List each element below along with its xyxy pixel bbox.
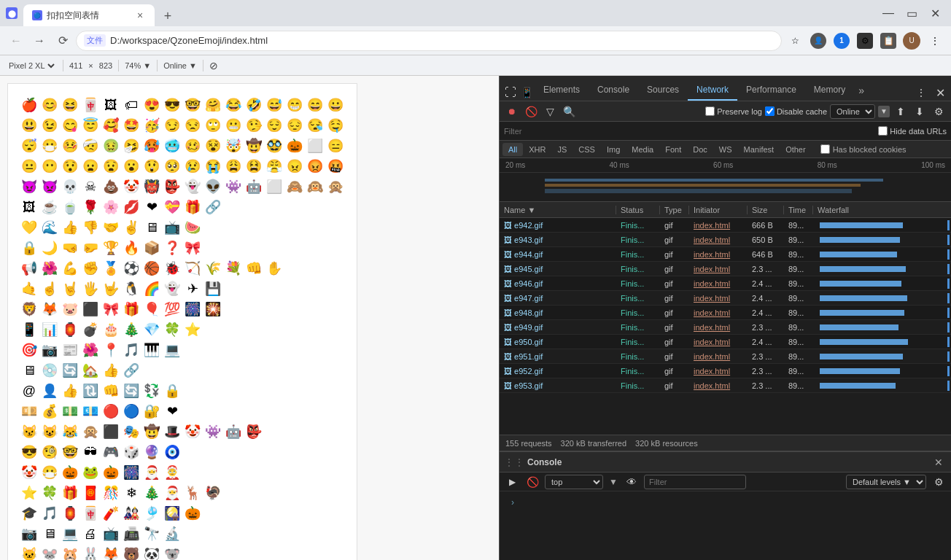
preserve-log-checkbox[interactable]: Preserve log [705, 106, 762, 116]
table-row[interactable]: 🖼 e948.gif Finis... gif index.html 2.4 .… [500, 306, 951, 320]
col-waterfall[interactable]: Waterfall [813, 206, 951, 214]
network-requests-table: Name ▼ Status Type Initiator Size Time W… [500, 202, 951, 435]
title-bar: ⬤ 🔵 扣扣空间表情 × + — ▭ ✕ [0, 0, 951, 26]
network-settings-button[interactable]: ⚙ [931, 104, 947, 120]
profile-avatar-1[interactable]: 👤 [808, 31, 828, 51]
tab-sources[interactable]: Sources [638, 80, 688, 101]
clear-button[interactable]: 🚫 [523, 104, 539, 120]
timeline-waterfall-overview [500, 173, 951, 201]
forward-button[interactable]: → [29, 31, 50, 51]
extensions-button[interactable]: 1 [831, 31, 852, 51]
type-img[interactable]: Img [601, 143, 626, 156]
table-row[interactable]: 🖼 e949.gif Finis... gif index.html 2.3 .… [500, 320, 951, 335]
console-clear-button[interactable]: 🚫 [524, 474, 540, 490]
console-filter-input[interactable] [644, 475, 746, 489]
has-blocked-cookies-checkbox[interactable]: Has blocked cookies [820, 144, 907, 154]
table-row[interactable]: 🖼 e946.gif Finis... gif index.html 2.4 .… [500, 276, 951, 291]
rotate-icon[interactable]: ⊘ [209, 60, 218, 71]
type-css[interactable]: CSS [572, 143, 601, 156]
device-selector[interactable]: Pixel 2 XL [6, 61, 57, 71]
tab-network[interactable]: Network [688, 80, 737, 101]
table-row[interactable]: 🖼 e951.gif Finis... gif index.html 2.3 .… [500, 349, 951, 364]
type-media[interactable]: Media [626, 143, 659, 156]
col-initiator[interactable]: Initiator [689, 206, 748, 214]
new-tab-button[interactable]: + [158, 6, 178, 26]
network-throttle-select[interactable]: Online [830, 104, 875, 119]
export-har-button[interactable]: ⬇ [912, 104, 928, 120]
filter-toggle-button[interactable]: ▽ [542, 104, 558, 120]
emoji-row-12: 🎯 📷 📰 🌺 📍 🎵 🎹 💻 [20, 341, 345, 359]
extension-icon-2[interactable]: 📋 [878, 31, 898, 51]
type-doc[interactable]: Doc [687, 143, 713, 156]
bookmark-button[interactable]: ☆ [785, 31, 805, 51]
minimize-button[interactable]: — [878, 3, 898, 23]
table-row[interactable]: 🖼 e947.gif Finis... gif index.html 2.4 .… [500, 291, 951, 306]
hide-data-urls-checkbox[interactable]: Hide data URLs [878, 126, 947, 136]
console-run-button[interactable]: ▶ [504, 474, 520, 490]
tab-console[interactable]: Console [589, 80, 638, 101]
tab-elements[interactable]: Elements [535, 80, 589, 101]
address-security-icon: 文件 [84, 34, 106, 47]
console-context-select[interactable]: top [545, 475, 603, 489]
reload-button[interactable]: ⟳ [53, 31, 73, 51]
table-row[interactable]: 🖼 e945.gif Finis... gif index.html 2.3 .… [500, 262, 951, 276]
search-button[interactable]: 🔍 [561, 104, 577, 120]
tab-memory[interactable]: Memory [805, 80, 854, 101]
emoji-row-14: @ 👤 👍 🔃 👊 🔄 💱 🔒 [20, 381, 345, 400]
table-row[interactable]: 🖼 e952.gif Finis... gif index.html 2.3 .… [500, 364, 951, 378]
dimension-x: × [88, 61, 93, 70]
console-toolbar: ▶ 🚫 top ▼ 👁 Default levels ▼ ⚙ [500, 472, 951, 491]
user-avatar[interactable]: U [901, 31, 922, 51]
table-row[interactable]: 🖼 e943.gif Finis... gif index.html 650 B… [500, 233, 951, 247]
table-row[interactable]: 🖼 e944.gif Finis... gif index.html 646 B… [500, 247, 951, 262]
nav-extras: ☆ 👤 1 ⚙ 📋 U ⋮ [785, 31, 945, 51]
col-size[interactable]: Size [748, 206, 784, 214]
tab-close-button[interactable]: × [134, 9, 146, 21]
type-xhr[interactable]: XHR [523, 143, 551, 156]
console-context-dropdown[interactable]: ▼ [608, 476, 619, 488]
throttle-dropdown-button[interactable]: ▼ [878, 106, 890, 117]
maximize-button[interactable]: ▭ [901, 3, 922, 23]
emoji-row-3: 😐 😶 😯 😦 😧 😮 😲 🥺 😢 😭 😩 😫 😤 😠 😡 🤬 [20, 157, 345, 176]
disable-cache-checkbox[interactable]: Disable cache [765, 106, 827, 116]
close-button[interactable]: ✕ [925, 3, 945, 23]
extension-icon-1[interactable]: ⚙ [855, 31, 875, 51]
type-ws[interactable]: WS [713, 143, 738, 156]
devtools-menu-button[interactable]: ⋮ [913, 85, 929, 101]
emoji-row-10: 🦁 🦊 🐷 ⬛ 🎀 🎁 🎈 💯 🎆 🎇 [20, 300, 345, 319]
devtools-close-button[interactable]: ✕ [932, 85, 948, 101]
console-settings-button[interactable]: ⚙ [931, 474, 947, 490]
network-throttle[interactable]: Online ▼ [163, 61, 197, 70]
menu-button[interactable]: ⋮ [925, 31, 945, 51]
col-name[interactable]: Name ▼ [500, 206, 616, 214]
type-other[interactable]: Other [780, 143, 812, 156]
devtools-device-button[interactable]: 📱 [519, 85, 535, 101]
separator-1 [63, 60, 63, 71]
table-row[interactable]: 🖼 e942.gif Finis... gif index.html 666 B… [500, 218, 951, 233]
console-levels-select[interactable]: Default levels ▼ [846, 475, 926, 489]
table-row[interactable]: 🖼 e950.gif Finis... gif index.html 2.4 .… [500, 335, 951, 349]
emoji-row-13: 🖥 💿 🔄 🏡 👍 🔗 [20, 361, 345, 380]
type-manifest[interactable]: Manifest [738, 143, 780, 156]
address-bar[interactable]: 文件 D:/workspace/QzoneEmoji/index.html [76, 31, 782, 51]
filter-input[interactable] [504, 127, 874, 136]
back-button[interactable]: ← [6, 31, 26, 51]
record-button[interactable]: ⏺ [504, 104, 520, 120]
console-panel: ⋮⋮ Console ✕ ▶ 🚫 top ▼ 👁 Default levels … [500, 451, 951, 560]
type-font[interactable]: Font [659, 143, 687, 156]
col-status[interactable]: Status [616, 206, 660, 214]
devtools-inspect-button[interactable]: ⛶ [502, 85, 519, 101]
col-time[interactable]: Time [784, 206, 813, 214]
emoji-row-7: 🔒 🌙 🤜 🤛 🏆 🔥 📦 ❓ 🎀 [20, 238, 345, 257]
type-js[interactable]: JS [551, 143, 572, 156]
browser-tab[interactable]: 🔵 扣扣空间表情 × [23, 4, 155, 26]
type-all[interactable]: All [502, 143, 523, 156]
separator-3 [157, 60, 158, 71]
tab-performance[interactable]: Performance [737, 80, 805, 101]
import-har-button[interactable]: ⬆ [893, 104, 909, 120]
console-eye-button[interactable]: 👁 [624, 474, 640, 490]
console-close-button[interactable]: ✕ [931, 454, 947, 470]
table-row[interactable]: 🖼 e953.gif Finis... gif index.html 2.3 .… [500, 378, 951, 393]
col-type[interactable]: Type [660, 206, 689, 214]
more-tabs-button[interactable]: » [854, 80, 869, 101]
